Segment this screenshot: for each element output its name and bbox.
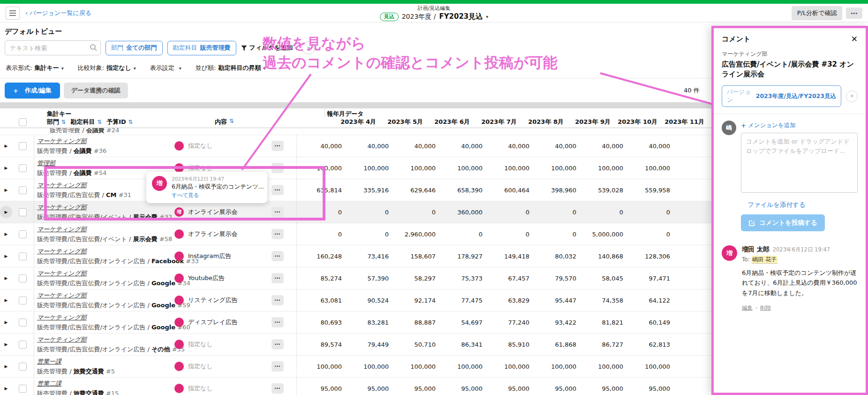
month-value-cell[interactable]: 0 — [531, 209, 578, 216]
display-setting-3[interactable]: 並び順:勘定科目の昇順▾ — [196, 64, 266, 72]
column-header-department[interactable]: 部門 ⇅ — [47, 118, 66, 126]
month-value-cell[interactable]: 149,418 — [484, 253, 531, 260]
month-value-cell[interactable]: 100,000 — [391, 363, 438, 370]
month-value-cell[interactable]: 2,960,000 — [391, 231, 438, 238]
month-value-cell[interactable]: 128,306 — [625, 253, 672, 260]
month-value-cell[interactable]: 74,358 — [578, 297, 625, 304]
month-value-cell[interactable]: 95,000 — [391, 385, 438, 392]
month-value-cell[interactable]: 0 — [578, 209, 625, 216]
mention-name[interactable]: 嶋田 花子 — [752, 256, 778, 264]
display-setting-0[interactable]: 表示形式:集計キー▾ — [6, 64, 64, 72]
month-value-cell[interactable]: 61,868 — [531, 341, 578, 348]
month-value-cell[interactable]: 97,471 — [625, 275, 672, 282]
row-menu-button[interactable]: ••• — [272, 229, 284, 239]
month-value-cell[interactable]: 83,281 — [344, 319, 391, 326]
expand-arrow-icon[interactable]: ▶ — [5, 210, 8, 214]
month-value-cell[interactable]: 85,274 — [297, 275, 344, 282]
row-menu-button[interactable]: ••• — [272, 141, 284, 151]
month-value-cell[interactable]: 77,475 — [438, 297, 484, 304]
month-value-cell[interactable]: 58,045 — [578, 275, 625, 282]
version-selector[interactable]: 見込 2023年度 / FY2023見込 ▾ — [380, 12, 489, 21]
month-value-cell[interactable]: 539,028 — [578, 187, 625, 194]
month-value-cell[interactable]: 95,000 — [344, 385, 391, 392]
month-value-cell[interactable]: 95,000 — [438, 385, 484, 392]
month-value-cell[interactable]: 100,000 — [438, 363, 484, 370]
month-value-cell[interactable]: 79,449 — [344, 341, 391, 348]
month-value-cell[interactable]: 100,000 — [484, 165, 531, 172]
expand-arrow-icon[interactable]: ▶ — [5, 232, 8, 236]
select-all-checkbox[interactable] — [19, 118, 27, 126]
see-all-link[interactable]: すべて見る — [172, 192, 199, 199]
delete-comment-link[interactable]: 削除 — [760, 304, 771, 311]
row-menu-button[interactable]: ••• — [272, 251, 284, 261]
month-value-cell[interactable]: 360,000 — [438, 209, 484, 216]
month-value-cell[interactable]: 5,000,000 — [578, 231, 625, 238]
row-checkbox[interactable] — [19, 252, 27, 260]
month-value-cell[interactable]: 100,000 — [625, 165, 672, 172]
month-value-cell[interactable]: 635,814 — [297, 187, 344, 194]
column-header-content[interactable]: 内容 ⇅ — [215, 118, 234, 126]
month-value-cell[interactable]: 0 — [484, 209, 531, 216]
row-menu-button[interactable]: ••• — [272, 273, 284, 283]
month-value-cell[interactable]: 95,000 — [578, 385, 625, 392]
month-value-cell[interactable]: 335,916 — [344, 187, 391, 194]
expand-arrow-icon[interactable]: ▶ — [5, 166, 8, 170]
row-checkbox[interactable] — [19, 164, 27, 172]
month-value-cell[interactable]: 0 — [297, 209, 344, 216]
row-menu-button[interactable]: ••• — [272, 163, 284, 173]
month-value-cell[interactable]: 178,927 — [438, 253, 484, 260]
month-value-cell[interactable]: 658,390 — [438, 187, 484, 194]
row-checkbox[interactable] — [19, 363, 27, 371]
month-value-cell[interactable]: 0 — [297, 231, 344, 238]
month-value-cell[interactable]: 40,000 — [438, 143, 484, 150]
month-value-cell[interactable]: 85,910 — [484, 341, 531, 348]
search-input[interactable] — [5, 40, 101, 55]
month-value-cell[interactable]: 0 — [391, 209, 438, 216]
version-chip[interactable]: バージョン 2023年度/見込/FY2023見込 — [722, 85, 841, 107]
close-icon[interactable]: ✕ — [851, 35, 858, 43]
month-value-cell[interactable]: 0 — [438, 231, 484, 238]
month-value-cell[interactable]: 40,000 — [531, 143, 578, 150]
month-value-cell[interactable]: 100,000 — [531, 165, 578, 172]
expand-arrow-icon[interactable]: ▶ — [5, 254, 8, 258]
month-value-cell[interactable]: 77,240 — [484, 319, 531, 326]
month-value-cell[interactable]: 88,887 — [391, 319, 438, 326]
remove-version-filter-button[interactable]: × — [846, 91, 858, 102]
month-value-cell[interactable]: 140,868 — [578, 253, 625, 260]
department-link[interactable]: 管理部 — [37, 159, 55, 167]
month-value-cell[interactable]: 0 — [625, 231, 672, 238]
department-link[interactable]: マーケティング部 — [37, 225, 87, 234]
month-value-cell[interactable]: 158,607 — [391, 253, 438, 260]
month-value-cell[interactable]: 80,032 — [531, 253, 578, 260]
row-checkbox[interactable] — [19, 208, 27, 216]
month-value-cell[interactable]: 63,081 — [297, 297, 344, 304]
month-value-cell[interactable]: 0 — [344, 231, 391, 238]
expand-arrow-icon[interactable]: ▶ — [5, 320, 8, 325]
month-value-cell[interactable]: 160,248 — [297, 253, 344, 260]
month-value-cell[interactable]: 63,829 — [484, 297, 531, 304]
department-link[interactable]: 営業二課 — [37, 380, 61, 388]
clear-filters-button[interactable]: × — [302, 41, 315, 54]
hamburger-menu-button[interactable] — [6, 7, 20, 20]
department-link[interactable]: マーケティング部 — [37, 203, 87, 212]
month-value-cell[interactable]: 92,174 — [391, 297, 438, 304]
month-value-cell[interactable]: 0 — [625, 209, 672, 216]
department-filter-chip[interactable]: 部門 全ての部門 — [106, 41, 163, 55]
month-value-cell[interactable]: 62,813 — [625, 341, 672, 348]
month-value-cell[interactable]: 100,000 — [391, 165, 438, 172]
back-to-version-list-link[interactable]: ‹ バージョン一覧に戻る — [25, 9, 91, 17]
department-link[interactable]: マーケティング部 — [37, 181, 87, 190]
month-value-cell[interactable]: 75,373 — [438, 275, 484, 282]
display-setting-1[interactable]: 比較対象:指定なし▾ — [78, 64, 136, 72]
month-value-cell[interactable]: 0 — [344, 209, 391, 216]
month-value-cell[interactable]: 73,416 — [344, 253, 391, 260]
pl-analysis-button[interactable]: P/L分析で確認 — [792, 6, 843, 20]
month-value-cell[interactable]: 60,149 — [625, 319, 672, 326]
expand-arrow-icon[interactable]: ▶ — [5, 188, 8, 192]
month-value-cell[interactable]: 93,422 — [531, 319, 578, 326]
expand-arrow-icon[interactable]: ▶ — [5, 276, 8, 281]
department-link[interactable]: 営業一課 — [37, 357, 61, 366]
column-header-account[interactable]: 勘定科目 ⇅ — [71, 118, 102, 126]
month-value-cell[interactable]: 50,710 — [391, 341, 438, 348]
month-value-cell[interactable]: 57,390 — [344, 275, 391, 282]
